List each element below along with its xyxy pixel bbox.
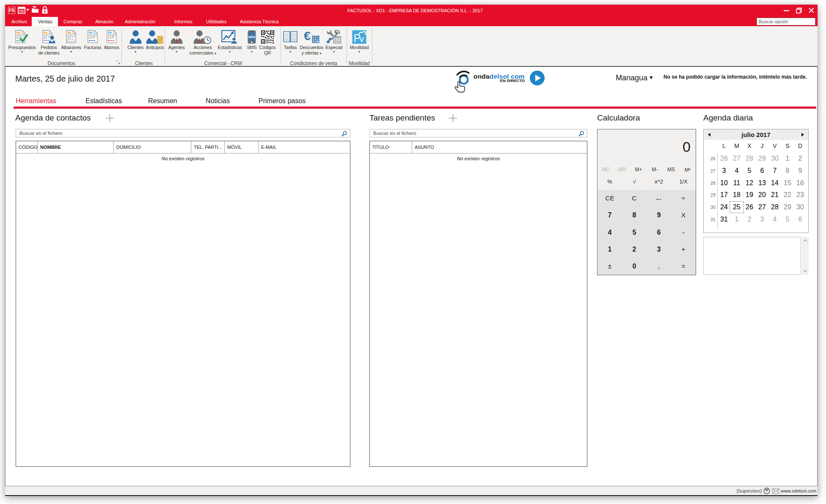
svg-text:EN DIRECTO: EN DIRECTO	[500, 78, 525, 83]
svg-text:v: v	[360, 34, 364, 44]
svg-text:€: €	[304, 30, 311, 43]
svg-text:sms: sms	[248, 35, 256, 39]
